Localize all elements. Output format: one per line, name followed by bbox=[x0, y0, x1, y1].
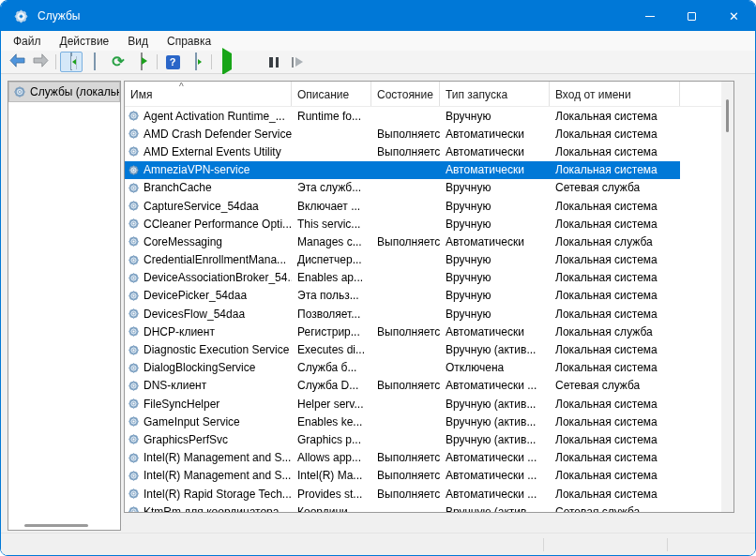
status-cell: Выполняется bbox=[371, 377, 440, 395]
service-name-label: Intel(R) Management and S... bbox=[144, 451, 291, 464]
startup-type-cell: Автоматически bbox=[440, 161, 550, 179]
service-row[interactable]: GameInput ServiceEnables ke...Вручную (а… bbox=[125, 413, 680, 430]
status-cell bbox=[371, 251, 440, 269]
status-cell bbox=[371, 413, 440, 430]
menu-view[interactable]: Вид bbox=[118, 31, 158, 51]
service-row[interactable]: KtmRm для координатора ...Координи...Вру… bbox=[125, 503, 680, 513]
description-cell: Регистрир... bbox=[292, 323, 371, 340]
description-cell: Runtime fo... bbox=[292, 107, 371, 125]
service-name-label: DNS-клиент bbox=[144, 379, 206, 392]
status-cell bbox=[371, 269, 440, 287]
startup-type-cell: Вручную (актив... bbox=[440, 413, 550, 430]
toolbar-separator bbox=[55, 54, 56, 69]
service-gear-icon bbox=[128, 164, 140, 176]
description-cell: Helper serv... bbox=[292, 395, 371, 413]
service-gear-icon bbox=[128, 398, 140, 410]
service-row[interactable]: CCleaner Performance Opti...This servic.… bbox=[125, 215, 680, 233]
stop-service-button[interactable] bbox=[239, 52, 262, 72]
export-list-button[interactable] bbox=[130, 52, 153, 72]
column-header-2[interactable]: Состояние bbox=[371, 82, 440, 106]
service-gear-icon bbox=[128, 272, 140, 284]
service-name-cell: CoreMessaging bbox=[125, 233, 292, 250]
restart-service-button[interactable] bbox=[286, 52, 309, 72]
status-cell bbox=[371, 503, 440, 513]
show-console-tree-button[interactable] bbox=[60, 52, 83, 72]
service-row[interactable]: DNS-клиентСлужба D...ВыполняетсяАвтомати… bbox=[125, 377, 680, 395]
service-gear-icon bbox=[128, 110, 140, 122]
service-name-label: DeviceAssociationBroker_54... bbox=[144, 271, 292, 284]
show-action-pane-icon bbox=[195, 53, 197, 70]
menu-file[interactable]: Файл bbox=[4, 31, 51, 51]
status-cell bbox=[371, 179, 440, 197]
logon-as-cell: Локальная система bbox=[550, 107, 680, 125]
start-service-button[interactable] bbox=[216, 52, 238, 72]
show-console-tree-icon bbox=[70, 53, 72, 70]
description-cell: Manages c... bbox=[292, 233, 371, 250]
service-row[interactable]: AmneziaVPN-serviceАвтоматическиЛокальная… bbox=[125, 161, 680, 179]
column-header-3[interactable]: Тип запуска bbox=[440, 82, 550, 106]
service-name-label: CCleaner Performance Opti... bbox=[144, 218, 292, 231]
back-button[interactable] bbox=[6, 52, 28, 72]
service-row[interactable]: Intel(R) Management and S...Allows app..… bbox=[125, 449, 680, 467]
startup-type-cell: Автоматически ... bbox=[440, 485, 550, 503]
status-cell bbox=[371, 197, 440, 215]
show-action-pane-button[interactable] bbox=[185, 52, 207, 72]
help-button[interactable]: ? bbox=[161, 52, 184, 72]
service-name-label: DevicePicker_54daa bbox=[144, 289, 247, 302]
column-header-1[interactable]: Описание bbox=[292, 82, 371, 106]
service-row[interactable]: Intel(R) Rapid Storage Tech...Provides s… bbox=[125, 485, 680, 503]
tree-horizontal-scrollbar[interactable] bbox=[24, 524, 88, 527]
refresh-button[interactable]: ⟳ bbox=[107, 52, 129, 72]
vertical-scrollbar[interactable] bbox=[721, 82, 733, 512]
status-cell: Выполняется bbox=[371, 449, 440, 467]
maximize-button[interactable] bbox=[671, 1, 713, 31]
properties-button[interactable] bbox=[83, 52, 106, 72]
column-header-0[interactable]: Имя^ bbox=[125, 82, 292, 106]
service-row[interactable]: DHCP-клиентРегистрир...ВыполняетсяАвтома… bbox=[125, 323, 680, 340]
service-row[interactable]: Intel(R) Management and S...Intel(R) Ma.… bbox=[125, 467, 680, 485]
service-row[interactable]: BranchCacheЭта служб...ВручнуюСетевая сл… bbox=[125, 179, 680, 197]
service-row[interactable]: AMD Crash Defender ServiceВыполняетсяАвт… bbox=[125, 125, 680, 143]
description-cell bbox=[292, 143, 371, 160]
forward-button[interactable] bbox=[29, 52, 52, 72]
service-row[interactable]: CoreMessagingManages c...ВыполняетсяАвто… bbox=[125, 233, 680, 250]
service-row[interactable]: FileSyncHelperHelper serv...Вручную (акт… bbox=[125, 395, 680, 413]
service-row[interactable]: DevicesFlow_54daaПозволяет...ВручнуюЛока… bbox=[125, 305, 680, 323]
service-row[interactable]: DevicePicker_54daaЭта польз...ВручнуюЛок… bbox=[125, 287, 680, 305]
logon-as-cell: Локальная система bbox=[550, 143, 680, 160]
status-cell: Выполняется bbox=[371, 485, 440, 503]
startup-type-cell: Автоматически bbox=[440, 143, 550, 160]
startup-type-cell: Вручную (актив... bbox=[440, 430, 550, 448]
service-row[interactable]: GraphicsPerfSvcGraphics p...Вручную (акт… bbox=[125, 430, 680, 448]
service-name-label: DHCP-клиент bbox=[144, 325, 215, 338]
service-row[interactable]: CaptureService_54daaВключает ...ВручнуюЛ… bbox=[125, 197, 680, 215]
service-name-label: DevicesFlow_54daa bbox=[144, 308, 245, 321]
service-row[interactable]: Agent Activation Runtime_...Runtime fo..… bbox=[125, 107, 680, 125]
service-gear-icon bbox=[128, 380, 140, 392]
service-name-cell: FileSyncHelper bbox=[125, 395, 292, 413]
startup-type-cell: Вручную bbox=[440, 251, 550, 269]
close-button[interactable]: ✕ bbox=[713, 1, 755, 31]
tree-item-services-local[interactable]: Службы (локальные) bbox=[9, 83, 119, 101]
service-name-cell: Diagnostic Execution Service bbox=[125, 340, 292, 358]
menu-help[interactable]: Справка bbox=[158, 31, 220, 51]
service-row[interactable]: DialogBlockingServiceСлужба б...Отключен… bbox=[125, 359, 680, 377]
status-cell: Выполняется bbox=[371, 125, 440, 143]
service-row[interactable]: Diagnostic Execution ServiceExecutes di.… bbox=[125, 340, 680, 358]
status-cell bbox=[371, 395, 440, 413]
vertical-scrollbar-thumb[interactable] bbox=[726, 99, 729, 132]
logon-as-cell: Локальная служба bbox=[550, 323, 680, 340]
column-header-4[interactable]: Вход от имени bbox=[550, 82, 680, 106]
status-cell: Выполняется bbox=[371, 323, 440, 340]
service-row[interactable]: AMD External Events UtilityВыполняетсяАв… bbox=[125, 143, 680, 160]
pause-service-button[interactable] bbox=[263, 52, 285, 72]
service-row[interactable]: DeviceAssociationBroker_54...Enables ap.… bbox=[125, 269, 680, 287]
service-name-cell: CaptureService_54daa bbox=[125, 197, 292, 215]
status-cell bbox=[371, 340, 440, 358]
service-row[interactable]: CredentialEnrollmentMana...Диспетчер...В… bbox=[125, 251, 680, 269]
menu-action[interactable]: Действие bbox=[51, 31, 119, 51]
menu-bar: ФайлДействиеВидСправка bbox=[1, 31, 755, 51]
minimize-button[interactable] bbox=[628, 1, 671, 31]
close-icon: ✕ bbox=[729, 10, 739, 23]
sort-ascending-icon: ^ bbox=[179, 82, 184, 92]
